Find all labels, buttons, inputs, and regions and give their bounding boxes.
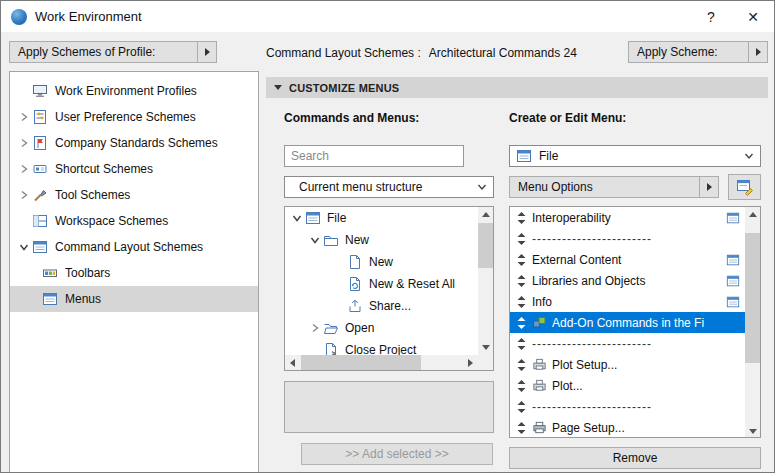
menu-row-info[interactable]: Info (510, 291, 745, 312)
menu-options-button[interactable]: Menu Options (509, 176, 719, 198)
chevron-right-icon[interactable] (16, 164, 32, 174)
sidebar-item-workspace-schemes[interactable]: Workspace Schemes (10, 208, 258, 234)
chevron-right-icon[interactable] (16, 190, 32, 200)
menu-icon (305, 210, 323, 226)
scroll-right-button[interactable] (463, 355, 478, 370)
new-menu-icon (736, 178, 754, 196)
search-input[interactable] (284, 145, 464, 167)
chevron-down-icon[interactable] (16, 242, 32, 252)
current-scheme-text: Command Layout Schemes :Architectural Co… (266, 46, 577, 60)
scroll-thumb[interactable] (301, 355, 421, 370)
menu-row-plot[interactable]: Plot... (510, 375, 745, 396)
scroll-thumb[interactable] (745, 233, 760, 363)
submenu-icon (726, 274, 744, 288)
tree-vertical-scrollbar[interactable] (478, 207, 493, 355)
commands-and-menus-label: Commands and Menus: (284, 111, 419, 125)
tree-item-open[interactable]: Open (285, 317, 478, 339)
drag-handle-icon[interactable] (510, 401, 532, 413)
menu-vertical-scrollbar[interactable] (745, 207, 760, 438)
shortcut-scheme-icon (32, 161, 50, 177)
plot-setup-icon (532, 357, 552, 372)
work-environment-dialog: Work Environment ? ✕ Apply Schemes of Pr… (0, 0, 775, 473)
remove-button[interactable]: Remove (509, 447, 761, 469)
menu-row-plot-setup[interactable]: Plot Setup... (510, 354, 745, 375)
tree-item-file[interactable]: File (285, 207, 478, 229)
submenu-icon (726, 253, 744, 267)
chevron-down-icon (477, 183, 487, 191)
menu-row-add-on-commands[interactable]: Add-On Commands in the Fi (510, 312, 745, 333)
sidebar-item-tool-schemes[interactable]: Tool Schemes (10, 182, 258, 208)
edit-menu-select[interactable]: File (509, 145, 761, 167)
tree-item-new-folder[interactable]: New (285, 229, 478, 251)
commands-tree: File New New New & Reset All (284, 206, 494, 371)
apply-scheme-button[interactable]: Apply Scheme: (628, 41, 768, 63)
app-icon (11, 9, 27, 25)
chevron-down-icon[interactable] (307, 235, 323, 245)
chevron-right-icon[interactable] (307, 323, 323, 333)
customize-menus-header[interactable]: CUSTOMIZE MENUS (266, 77, 768, 98)
menu-row-separator[interactable]: ------------------------ (510, 396, 745, 417)
drag-handle-icon[interactable] (510, 317, 532, 329)
tree-item-new-and-reset-all[interactable]: New & Reset All (285, 273, 478, 295)
chevron-down-icon[interactable] (289, 213, 305, 223)
sidebar-item-company-standards-schemes[interactable]: Company Standards Schemes (10, 130, 258, 156)
close-button[interactable]: ✕ (732, 1, 774, 32)
sidebar-item-command-layout-schemes[interactable]: Command Layout Schemes (10, 234, 258, 260)
drag-handle-icon[interactable] (510, 254, 532, 266)
chevron-down-icon (744, 152, 754, 160)
drag-handle-icon[interactable] (510, 422, 532, 434)
standards-scheme-icon (32, 135, 50, 151)
command-layout-scheme-icon (32, 239, 50, 255)
scroll-left-button[interactable] (285, 355, 300, 370)
menu-items-list: Interoperability -----------------------… (509, 206, 761, 438)
sidebar-item-user-preference-schemes[interactable]: User Preference Schemes (10, 104, 258, 130)
page-setup-icon (532, 420, 552, 435)
add-selected-button[interactable]: >> Add selected >> (301, 443, 493, 465)
document-reset-icon (347, 276, 365, 292)
apply-schemes-of-profile-button[interactable]: Apply Schemes of Profile: (9, 41, 217, 63)
scroll-down-button[interactable] (478, 340, 493, 355)
tree-item-new[interactable]: New (285, 251, 478, 273)
sidebar-item-shortcut-schemes[interactable]: Shortcut Schemes (10, 156, 258, 182)
scroll-up-button[interactable] (745, 207, 760, 222)
drag-handle-icon[interactable] (510, 275, 532, 287)
menu-row-page-setup[interactable]: Page Setup... (510, 417, 745, 438)
chevron-right-icon[interactable] (16, 112, 32, 122)
new-menu-button[interactable] (728, 174, 761, 200)
sidebar-item-work-environment-profiles[interactable]: Work Environment Profiles (10, 78, 258, 104)
drag-handle-icon[interactable] (510, 380, 532, 392)
scheme-tree-sidebar: Work Environment Profiles User Preferenc… (9, 71, 259, 473)
scroll-thumb[interactable] (478, 223, 493, 268)
share-icon (347, 298, 365, 314)
menu-row-libraries-and-objects[interactable]: Libraries and Objects (510, 270, 745, 291)
close-document-icon (323, 342, 341, 355)
toolbars-icon (42, 265, 60, 281)
scheme-name: Architectural Commands 24 (429, 46, 577, 60)
drag-handle-icon[interactable] (510, 296, 532, 308)
drag-handle-icon[interactable] (510, 338, 532, 350)
menu-row-separator[interactable]: ------------------------ (510, 228, 745, 249)
tree-item-share[interactable]: Share... (285, 295, 478, 317)
tree-horizontal-scrollbar[interactable] (285, 355, 478, 370)
scroll-down-button[interactable] (745, 424, 760, 438)
menu-structure-select[interactable]: Current menu structure (284, 176, 494, 198)
menu-row-separator[interactable]: ------------------------ (510, 333, 745, 354)
scroll-up-button[interactable] (478, 207, 493, 222)
addon-icon (532, 315, 552, 330)
command-description-box (284, 381, 494, 433)
help-button[interactable]: ? (690, 1, 732, 32)
chevron-right-icon[interactable] (16, 138, 32, 148)
submenu-icon (726, 295, 744, 309)
tree-item-close-project[interactable]: Close Project (285, 339, 478, 355)
menu-row-external-content[interactable]: External Content (510, 249, 745, 270)
flyout-arrow-icon (198, 48, 216, 56)
drag-handle-icon[interactable] (510, 359, 532, 371)
section-title: CUSTOMIZE MENUS (289, 82, 399, 94)
drag-handle-icon[interactable] (510, 233, 532, 245)
sidebar-item-toolbars[interactable]: Toolbars (10, 260, 258, 286)
sidebar-item-menus[interactable]: Menus (10, 286, 258, 312)
flyout-arrow-icon (749, 48, 767, 56)
drag-handle-icon[interactable] (510, 212, 532, 224)
menu-row-interoperability[interactable]: Interoperability (510, 207, 745, 228)
document-icon (347, 254, 365, 270)
